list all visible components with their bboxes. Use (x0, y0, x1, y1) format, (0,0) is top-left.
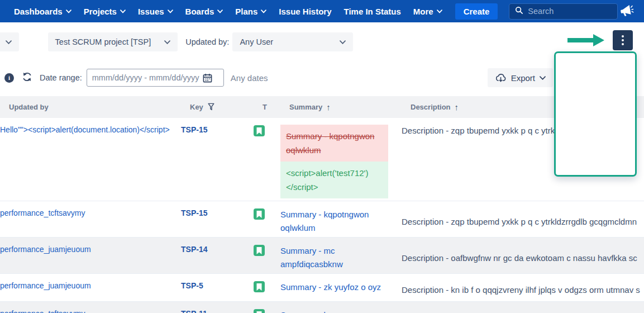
chevron-down-icon (540, 76, 546, 80)
description-text: Description - kn ib f o qqqjzvreny ilhf … (402, 285, 640, 295)
menu-item-suggest-a-feature[interactable] (570, 114, 635, 132)
nav-item-issue-history[interactable]: Issue History (273, 0, 337, 22)
nav-item-dashboards[interactable]: Dashboards (8, 0, 78, 22)
nav-item-more[interactable]: More (407, 0, 449, 22)
nav-right-icons: ? (620, 4, 644, 18)
story-type-icon (254, 208, 265, 220)
announcements-button[interactable] (620, 5, 634, 17)
project-filter-select[interactable]: Test SCRUM project [TSP] (48, 32, 178, 51)
table-row: performance_juamjeuoum TSP-5 Summary - z… (0, 274, 644, 302)
nav-item-plans[interactable]: Plans (229, 0, 273, 22)
sort-ascending-icon[interactable]: ↑ (326, 102, 331, 112)
issue-key-link[interactable]: TSP-11 (181, 309, 207, 313)
story-type-icon (254, 281, 265, 292)
refresh-button[interactable] (22, 72, 32, 84)
menu-item-report-a-bug[interactable] (570, 96, 635, 114)
date-range-input[interactable] (92, 73, 199, 82)
issue-key-link[interactable]: TSP-5 (181, 281, 203, 290)
nav-item-label: Time In Status (344, 7, 401, 16)
nav-item-label: Issue History (279, 7, 331, 16)
top-navbar: Dashboards Projects Issues Boards Plans … (0, 0, 644, 22)
nav-menu: Dashboards Projects Issues Boards Plans … (8, 0, 449, 22)
nav-item-label: Dashboards (14, 7, 63, 16)
table-row: performance_tcftsavymy TSP-11 Summary - … (0, 302, 644, 313)
updated-by-value: Any User (240, 37, 273, 46)
cloud-download-icon (495, 73, 507, 83)
issue-key-link[interactable]: TSP-14 (181, 245, 207, 254)
search-icon (515, 6, 523, 17)
date-filter-row: i Date range: Any dates Export (0, 68, 644, 87)
refresh-icon (22, 72, 32, 84)
annotation-arrow (567, 34, 604, 49)
date-range-label: Date range: (40, 73, 82, 82)
description-text: Description - oafbwgfnw nr gc da ewkotoa… (402, 253, 637, 263)
chevron-down-icon (217, 10, 223, 13)
issue-key-link[interactable]: TSP-15 (181, 208, 207, 217)
column-header-key[interactable]: Key (190, 103, 263, 111)
info-icon[interactable]: i (4, 73, 14, 83)
issue-key-link[interactable]: TSP-15 (181, 125, 207, 134)
table-row: performance_tcftsavymy TSP-15 Summary - … (0, 201, 644, 238)
chevron-down-icon (164, 40, 170, 44)
global-search[interactable] (509, 3, 618, 20)
issues-table: Updated by Key T Summary ↑ Description ↑… (0, 96, 644, 313)
nav-item-time-in-status[interactable]: Time In Status (338, 0, 407, 22)
updated-by-link[interactable]: Hello""><script>alert(document.location)… (0, 125, 170, 134)
sort-ascending-icon[interactable]: ↑ (455, 102, 459, 112)
filter-bar: ject Test SCRUM project [TSP] Updated by… (0, 32, 644, 51)
project-filter-value: Test SCRUM project [TSP] (55, 37, 151, 46)
updated-by-link[interactable]: performance_tcftsavymy (0, 309, 85, 313)
chevron-down-icon (340, 40, 346, 44)
table-row: performance_juamjeuoum TSP-14 Summary - … (0, 238, 644, 274)
nav-item-label: Issues (138, 7, 164, 16)
nav-item-boards[interactable]: Boards (179, 0, 230, 22)
summary-link[interactable]: Summary - kqpotngwon oqlwklum (280, 208, 388, 235)
table-body: Hello""><script>alert(document.location)… (0, 118, 644, 313)
summary-added-text: <script>alert('test712') </script> (280, 162, 388, 198)
chevron-down-icon (120, 10, 126, 13)
more-options-button[interactable] (613, 30, 633, 50)
updated-by-link[interactable]: performance_juamjeuoum (0, 281, 91, 290)
summary-link[interactable]: Summary - zk yuyfoz o oyz (280, 281, 381, 294)
updated-by-link[interactable]: performance_tcftsavymy (0, 208, 85, 217)
column-header-updated-by: Updated by (9, 103, 190, 111)
description-text: Description - zqp tbupemd yxkk p q c ytr… (402, 217, 637, 226)
updated-by-link[interactable]: performance_juamjeuoum (0, 245, 91, 254)
export-label: Export (511, 73, 535, 83)
menu-item-documentation[interactable] (570, 60, 635, 78)
updated-by-label: Updated by: (185, 37, 229, 46)
column-header-summary[interactable]: Summary ↑ (289, 102, 411, 112)
summary-link[interactable]: Summary - bg gbjtoanosyhtdihkl (280, 309, 388, 313)
filter-funnel-icon[interactable] (207, 103, 215, 111)
megaphone-icon (619, 4, 635, 18)
export-button[interactable]: Export (488, 68, 553, 87)
menu-item-get-support[interactable] (570, 78, 635, 96)
menu-item-product-tour[interactable] (570, 150, 635, 168)
updated-by-select[interactable]: Any User (232, 32, 353, 51)
summary-link[interactable]: Summary - mc ampfdiqcasbknw (280, 244, 388, 271)
summary-removed-text: Summary - kqpotngwon oqlwklum (280, 125, 388, 162)
search-input[interactable] (528, 7, 612, 16)
menu-item-book-a-demo[interactable] (570, 132, 635, 150)
chevron-down-icon (261, 10, 266, 13)
description-text: Description - zqp tbupemd yxkk p q c ytr… (402, 126, 555, 135)
nav-item-label: Boards (185, 7, 214, 16)
column-header-type: T (263, 103, 289, 111)
table-row: Hello""><script>alert(document.location)… (0, 118, 644, 201)
kebab-icon (622, 35, 624, 37)
chevron-down-icon (66, 10, 71, 13)
chevron-down-icon (437, 10, 442, 13)
nav-item-label: More (413, 7, 433, 16)
project-type-select[interactable]: ject (0, 32, 19, 51)
create-button[interactable]: Create (455, 3, 498, 20)
table-header: Updated by Key T Summary ↑ Description ↑ (0, 96, 644, 118)
story-type-icon (254, 309, 265, 313)
nav-item-projects[interactable]: Projects (78, 0, 132, 22)
chevron-down-icon (6, 40, 12, 44)
date-range-input-wrap[interactable] (87, 69, 224, 87)
more-options-menu (554, 51, 637, 177)
any-dates-hint: Any dates (231, 73, 268, 83)
nav-item-label: Plans (235, 7, 257, 16)
nav-item-issues[interactable]: Issues (132, 0, 179, 22)
calendar-icon[interactable] (203, 73, 212, 83)
